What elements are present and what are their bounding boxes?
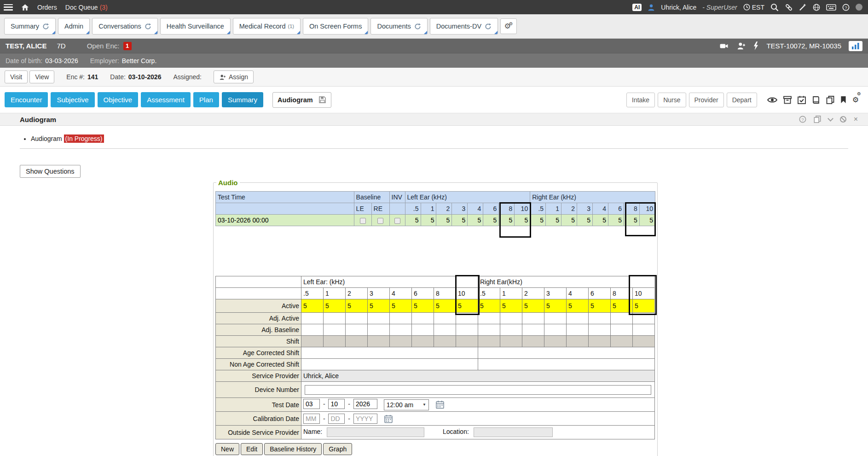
panel-disable-icon[interactable] (840, 116, 846, 123)
book-icon[interactable] (812, 96, 820, 104)
refresh-icon[interactable] (145, 23, 151, 30)
graph-button[interactable]: Graph (323, 443, 352, 455)
adj-active-cell[interactable] (478, 313, 500, 324)
new-button[interactable]: New (215, 443, 239, 455)
plan-button[interactable]: Plan (193, 92, 219, 107)
adj-active-cell[interactable] (390, 313, 412, 324)
adj-baseline-cell[interactable] (434, 324, 456, 336)
add-user-icon[interactable] (737, 42, 746, 50)
adj-baseline-cell[interactable] (412, 324, 434, 336)
doc-queue-link[interactable]: Doc Queue(3) (65, 4, 108, 11)
active-threshold-cell-right[interactable]: 5 (500, 299, 522, 313)
test-time-select[interactable]: 12:00 am ▼ (384, 399, 429, 410)
open-enc-badge[interactable]: 1 (123, 42, 132, 50)
active-threshold-cell-right[interactable]: 5 (567, 299, 589, 313)
help-icon[interactable]: ? (842, 4, 850, 11)
form-item-link[interactable]: Audiogram (31, 135, 62, 142)
baseline-re-checkbox[interactable] (377, 218, 383, 224)
active-threshold-cell-right[interactable]: 5 (544, 299, 567, 313)
adj-active-cell[interactable] (589, 313, 611, 324)
test-date-calendar-icon[interactable] (435, 400, 445, 409)
adj-baseline-cell[interactable] (544, 324, 567, 336)
tab-conversations[interactable]: Conversations (92, 18, 158, 35)
edit-button[interactable]: Edit (241, 443, 263, 455)
active-threshold-cell-left[interactable]: 5 (346, 299, 368, 313)
subjective-button[interactable]: Subjective (51, 92, 94, 107)
archive-icon[interactable] (783, 96, 792, 104)
panel-help-icon[interactable]: ? (799, 116, 806, 123)
visit-button[interactable]: Visit (5, 70, 28, 83)
adj-active-cell[interactable] (544, 313, 567, 324)
timezone[interactable]: EST (743, 4, 764, 11)
video-camera-icon[interactable] (718, 42, 729, 50)
encounter-settings-button[interactable]: ⚙ ⚙ (852, 96, 861, 104)
user-name[interactable]: Uhrick, Alice (661, 4, 696, 11)
calibration-calendar-icon[interactable] (384, 415, 393, 423)
adj-active-cell[interactable] (500, 313, 522, 324)
panel-collapse-icon[interactable] (827, 116, 833, 122)
save-icon[interactable] (318, 96, 326, 104)
active-threshold-cell-left[interactable]: 5 (390, 299, 412, 313)
adj-active-cell[interactable] (567, 313, 589, 324)
adj-active-cell[interactable] (301, 313, 324, 324)
encounter-button[interactable]: Encounter (5, 92, 48, 107)
adj-baseline-cell[interactable] (324, 324, 346, 336)
menu-icon[interactable] (4, 4, 13, 11)
calibration-month-input[interactable] (303, 414, 320, 424)
active-threshold-cell-left[interactable]: 5 (456, 299, 478, 313)
calibration-year-input[interactable] (353, 414, 377, 424)
adj-active-cell[interactable] (324, 313, 346, 324)
assessment-button[interactable]: Assessment (141, 92, 191, 107)
outside-location-input[interactable] (474, 427, 553, 437)
tab-on-screen-forms[interactable]: On Screen Forms (303, 18, 368, 35)
keyboard-icon[interactable] (826, 4, 836, 11)
tab-settings-button[interactable]: ⚙ ⚙ (500, 18, 517, 34)
tab-health-surveillance[interactable]: Health Surveillance (160, 18, 231, 35)
intake-button[interactable]: Intake (626, 93, 655, 107)
wand-icon[interactable] (799, 3, 807, 11)
bookmark-icon[interactable] (840, 96, 846, 104)
active-threshold-cell-right[interactable]: 5 (522, 299, 544, 313)
tab-documents-dv[interactable]: Documents-DV (430, 18, 498, 35)
adj-baseline-cell[interactable] (611, 324, 633, 336)
active-threshold-cell-right[interactable]: 5 (633, 299, 655, 313)
adj-baseline-cell[interactable] (567, 324, 589, 336)
refresh-icon[interactable] (42, 23, 49, 30)
adj-active-cell[interactable] (434, 313, 456, 324)
adj-baseline-cell[interactable] (589, 324, 611, 336)
outside-name-input[interactable] (327, 427, 424, 437)
adj-active-cell[interactable] (611, 313, 633, 324)
show-questions-button[interactable]: Show Questions (20, 165, 81, 178)
active-threshold-cell-left[interactable]: 5 (324, 299, 346, 313)
active-threshold-cell-left[interactable]: 5 (434, 299, 456, 313)
device-number-input[interactable] (305, 385, 651, 395)
panel-close-icon[interactable]: × (854, 116, 858, 123)
tab-medical-record[interactable]: Medical Record (1) (233, 18, 301, 35)
test-date-year-input[interactable] (353, 399, 377, 409)
calibration-day-input[interactable] (328, 414, 345, 424)
view-button[interactable]: View (29, 70, 54, 83)
adj-baseline-cell[interactable] (390, 324, 412, 336)
home-icon[interactable] (21, 4, 29, 11)
copy-icon[interactable] (826, 96, 834, 104)
test-date-month-input[interactable] (303, 399, 320, 409)
refresh-icon[interactable] (414, 23, 421, 30)
search-icon[interactable] (770, 3, 779, 12)
adj-active-cell[interactable] (412, 313, 434, 324)
active-threshold-cell-left[interactable]: 5 (301, 299, 324, 313)
active-threshold-cell-right[interactable]: 5 (478, 299, 500, 313)
refresh-icon[interactable] (485, 23, 492, 30)
adj-baseline-cell[interactable] (478, 324, 500, 336)
calendar-check-icon[interactable] (798, 96, 806, 104)
globe-icon[interactable] (813, 4, 820, 11)
adj-baseline-cell[interactable] (456, 324, 478, 336)
objective-button[interactable]: Objective (98, 92, 139, 107)
depart-button[interactable]: Depart (727, 93, 757, 107)
adj-baseline-cell[interactable] (522, 324, 544, 336)
adj-active-cell[interactable] (346, 313, 368, 324)
tab-summary[interactable]: Summary (4, 18, 56, 35)
adj-baseline-cell[interactable] (633, 324, 655, 336)
nurse-button[interactable]: Nurse (658, 93, 686, 107)
t1-test-time-cell[interactable]: 03-10-2026 00:00 (216, 215, 354, 226)
active-threshold-cell-left[interactable]: 5 (368, 299, 390, 313)
